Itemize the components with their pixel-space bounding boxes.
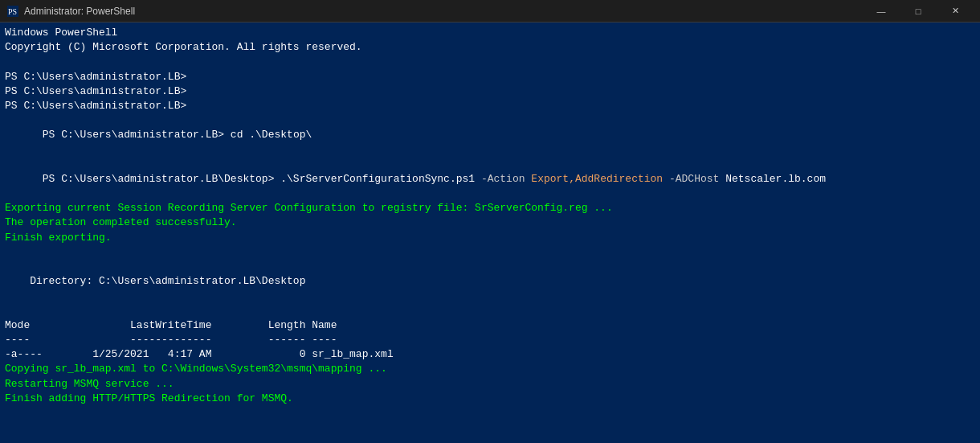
line-cd: PS C:\Users\administrator.LB> cd .\Deskt… [5, 113, 975, 158]
line-copying: Copying sr_lb_map.xml to C:\Windows\Syst… [5, 362, 975, 376]
line-blank-1 [5, 55, 975, 69]
title-bar: PS Administrator: PowerShell — □ ✕ [0, 0, 980, 23]
line-command: PS C:\Users\administrator.LB\Desktop> .\… [5, 158, 975, 202]
line-blank-3 [5, 260, 975, 274]
title-bar-controls: — □ ✕ [863, 0, 974, 23]
svg-text:PS: PS [8, 7, 17, 16]
line-2: Copyright (C) Microsoft Corporation. All… [5, 40, 975, 55]
window-title: Administrator: PowerShell [24, 6, 135, 17]
line-prompt-1: PS C:\Users\administrator.LB> [5, 70, 975, 84]
line-blank-2 [5, 245, 975, 260]
line-finish-add: Finish adding HTTP/HTTPS Redirection for… [5, 392, 975, 406]
line-directory: Directory: C:\Users\administrator.LB\Des… [5, 274, 975, 289]
line-blank-4 [5, 289, 975, 303]
line-1: Windows PowerShell [5, 26, 975, 40]
line-final-prompt[interactable]: PS C:\Users\administrator.LB\Desktop> [5, 435, 975, 443]
window: PS Administrator: PowerShell — □ ✕ Windo… [0, 0, 980, 443]
terminal-window[interactable]: Windows PowerShell Copyright (C) Microso… [0, 23, 980, 443]
line-success: The operation completed successfully. [5, 215, 975, 230]
line-blank-6 [5, 406, 975, 420]
title-bar-left: PS Administrator: PowerShell [6, 5, 135, 18]
line-restarting: Restarting MSMQ service ... [5, 377, 975, 392]
line-prompt-2: PS C:\Users\administrator.LB> [5, 84, 975, 99]
close-button[interactable]: ✕ [937, 0, 974, 23]
minimize-button[interactable]: — [863, 0, 900, 23]
line-finish-export: Finish exporting. [5, 231, 975, 245]
line-blank-5 [5, 304, 975, 318]
line-prompt-3: PS C:\Users\administrator.LB> [5, 99, 975, 113]
line-export-msg: Exporting current Session Recording Serv… [5, 201, 975, 215]
line-file: -a---- 1/25/2021 4:17 AM 0 sr_lb_map.xml [5, 347, 975, 362]
maximize-button[interactable]: □ [900, 0, 937, 23]
powershell-icon: PS [6, 5, 19, 18]
line-separator: ---- ------------- ------ ---- [5, 333, 975, 347]
line-header: Mode LastWriteTime Length Name [5, 318, 975, 333]
line-blank-7 [5, 420, 975, 435]
